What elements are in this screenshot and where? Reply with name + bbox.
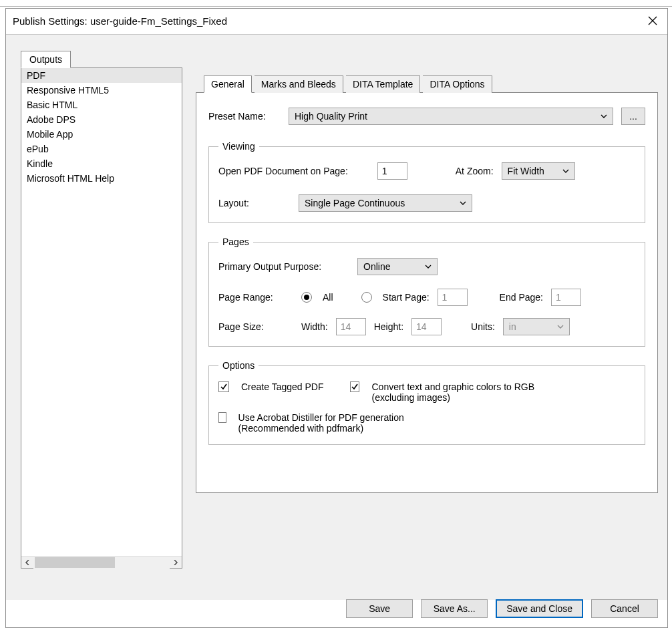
output-item-pdf[interactable]: PDF [21, 68, 182, 83]
save-button[interactable]: Save [346, 599, 413, 618]
output-item-mobile-app[interactable]: Mobile App [21, 127, 182, 142]
horizontal-scrollbar[interactable] [21, 556, 182, 568]
tab-panel-general: Preset Name: High Quality Print ... View… [196, 92, 658, 493]
settings-panel: General Marks and Bleeds DITA Template D… [196, 67, 658, 569]
create-tagged-label: Create Tagged PDF [241, 381, 323, 392]
preset-name-label: Preset Name: [208, 111, 281, 122]
chevron-down-icon [425, 263, 432, 270]
page-range-all-radio[interactable] [301, 292, 312, 303]
output-item-basic-html[interactable]: Basic HTML [21, 98, 182, 112]
scroll-thumb[interactable] [35, 557, 115, 568]
pages-legend: Pages [218, 237, 253, 247]
width-label: Width: [301, 321, 328, 332]
height-label: Height: [374, 321, 403, 332]
viewing-legend: Viewing [218, 141, 259, 152]
options-legend: Options [218, 360, 259, 371]
zoom-select[interactable]: Fit Width [502, 162, 575, 180]
close-icon[interactable] [645, 13, 661, 29]
convert-rgb-label: Convert text and graphic colors to RGB (… [371, 381, 537, 403]
create-tagged-checkbox[interactable] [218, 381, 229, 392]
outputs-tab[interactable]: Outputs [21, 51, 71, 68]
convert-rgb-checkbox[interactable] [350, 381, 359, 392]
preset-browse-button[interactable]: ... [621, 108, 645, 125]
layout-select[interactable]: Single Page Continuous [299, 194, 472, 212]
page-range-label: Page Range: [218, 292, 293, 303]
tab-dita-template[interactable]: DITA Template [346, 75, 421, 93]
cancel-button[interactable]: Cancel [591, 599, 658, 618]
units-select[interactable]: in [503, 318, 570, 335]
preset-name-select[interactable]: High Quality Print [289, 108, 613, 125]
start-page-input[interactable] [438, 289, 468, 306]
preset-name-value: High Quality Print [295, 111, 367, 122]
chevron-down-icon [601, 113, 607, 120]
output-item-kindle[interactable]: Kindle [21, 156, 182, 171]
units-value: in [509, 321, 516, 332]
dialog-titlebar: Publish Settings: user-guide-Fm_Settings… [6, 9, 667, 35]
app-menubar [0, 0, 672, 7]
tab-dita-options[interactable]: DITA Options [423, 75, 492, 93]
end-page-input[interactable] [551, 289, 581, 306]
primary-purpose-label: Primary Output Purpose: [218, 261, 321, 272]
viewing-group: Viewing Open PDF Document on Page: At Zo… [208, 141, 645, 223]
units-label: Units: [471, 321, 495, 332]
height-input[interactable] [411, 318, 442, 335]
layout-value: Single Page Continuous [305, 198, 405, 208]
distiller-checkbox[interactable] [218, 412, 226, 423]
open-page-input[interactable] [377, 162, 407, 180]
page-range-start-radio[interactable] [361, 292, 372, 303]
options-group: Options Create Tagged PDF Convert text a… [208, 360, 645, 445]
pages-group: Pages Primary Output Purpose: Online Pag… [208, 237, 645, 347]
page-size-label: Page Size: [218, 321, 293, 332]
save-and-close-button[interactable]: Save and Close [496, 599, 583, 618]
dialog-body: Outputs PDF Responsive HTML5 Basic HTML … [6, 35, 667, 600]
scroll-left-icon[interactable] [21, 557, 33, 569]
chevron-down-icon [557, 323, 564, 330]
outputs-list: PDF Responsive HTML5 Basic HTML Adobe DP… [21, 67, 182, 569]
width-input[interactable] [336, 318, 366, 335]
settings-tabstrip: General Marks and Bleeds DITA Template D… [204, 75, 658, 93]
zoom-value: Fit Width [508, 166, 544, 176]
dialog-title: Publish Settings: user-guide-Fm_Settings… [13, 15, 227, 27]
layout-label: Layout: [218, 198, 291, 208]
distiller-label: Use Acrobat Distiller for PDF generation… [238, 412, 439, 434]
primary-purpose-value: Online [363, 261, 390, 272]
dialog-footer: Save Save As... Save and Close Cancel [346, 599, 658, 618]
end-page-label: End Page: [500, 292, 543, 303]
output-item-epub[interactable]: ePub [21, 142, 182, 156]
output-item-ms-html-help[interactable]: Microsoft HTML Help [21, 171, 182, 186]
output-item-responsive-html5[interactable]: Responsive HTML5 [21, 83, 182, 98]
tab-marks-bleeds[interactable]: Marks and Bleeds [255, 75, 343, 93]
zoom-label: At Zoom: [456, 166, 494, 176]
start-page-label: Start Page: [383, 292, 430, 303]
scroll-right-icon[interactable] [170, 557, 182, 569]
tab-general[interactable]: General [204, 75, 252, 93]
chevron-down-icon [562, 168, 569, 174]
chevron-down-icon [460, 200, 466, 206]
save-as-button[interactable]: Save As... [421, 599, 488, 618]
primary-purpose-select[interactable]: Online [357, 258, 438, 275]
open-page-label: Open PDF Document on Page: [218, 166, 348, 176]
publish-settings-dialog: Publish Settings: user-guide-Fm_Settings… [5, 8, 668, 628]
page-range-all-label: All [323, 292, 333, 303]
output-item-adobe-dps[interactable]: Adobe DPS [21, 112, 182, 127]
